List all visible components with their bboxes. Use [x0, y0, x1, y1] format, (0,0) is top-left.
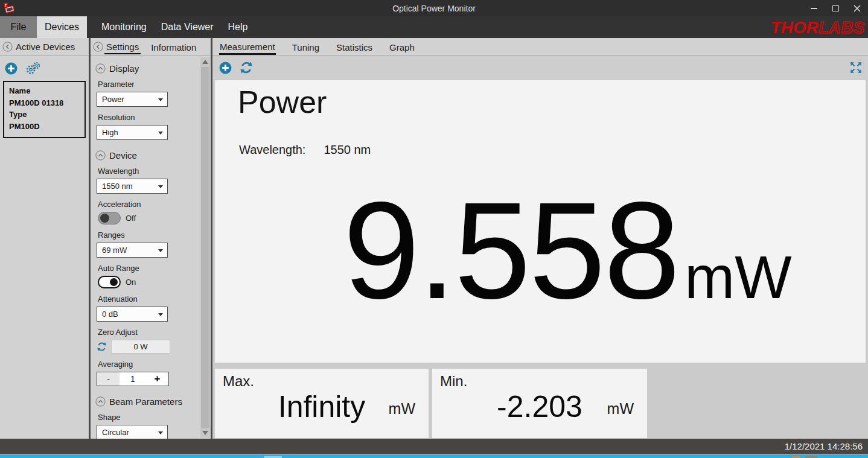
tab-graph[interactable]: Graph	[389, 40, 415, 54]
device-name-value: PM100D 01318	[9, 97, 80, 109]
menu-file[interactable]: File	[0, 16, 37, 38]
shape-dropdown[interactable]: Circular	[97, 425, 168, 439]
device-type-value: PM100D	[9, 121, 80, 133]
close-icon	[854, 5, 861, 12]
menu-monitoring[interactable]: Monitoring	[94, 16, 154, 38]
collapse-up-icon[interactable]	[95, 63, 106, 74]
averaging-increment-button[interactable]: +	[146, 372, 168, 386]
chevron-down-icon	[158, 185, 163, 188]
section-device: Device	[95, 150, 211, 161]
taskbar-strip	[0, 454, 868, 458]
auto-range-label: Auto Range	[98, 264, 211, 273]
minimize-button[interactable]	[803, 0, 825, 16]
add-device-button[interactable]	[5, 62, 18, 75]
section-display: Display	[95, 63, 211, 74]
zero-adjust-label: Zero Adjust	[98, 328, 211, 337]
triangle-down-icon	[202, 431, 208, 435]
collapse-left-icon[interactable]	[93, 42, 103, 52]
settings-header: Settings Information	[91, 38, 211, 56]
fullscreen-expand-button[interactable]	[849, 60, 863, 75]
toggle-knob	[100, 214, 109, 223]
zero-adjust-refresh-icon[interactable]	[97, 342, 107, 352]
averaging-stepper: - 1 +	[97, 372, 169, 386]
attenuation-value: 0 dB	[102, 310, 118, 319]
scroll-down-button[interactable]	[200, 428, 210, 437]
acceleration-toggle-row: Off	[98, 212, 211, 224]
add-panel-button[interactable]	[219, 62, 232, 74]
averaging-label: Averaging	[98, 360, 211, 369]
close-button[interactable]	[846, 0, 868, 16]
triangle-up-icon	[202, 60, 208, 64]
device-name-label: Name	[9, 85, 80, 97]
maximize-button[interactable]	[825, 0, 846, 16]
reading-title: Power	[238, 84, 327, 120]
wavelength-row-label: Wavelength:	[239, 143, 305, 157]
max-label: Max.	[223, 373, 254, 390]
acceleration-label: Acceleration	[98, 200, 211, 209]
chevron-down-icon	[158, 132, 163, 135]
power-reading: 9.558 mW	[242, 182, 868, 319]
wavelength-row: Wavelength: 1550 nm	[239, 143, 371, 157]
auto-range-toggle-row: On	[98, 276, 211, 288]
collapse-left-icon[interactable]	[2, 42, 13, 52]
acceleration-state: Off	[126, 214, 136, 223]
chevron-down-icon	[158, 249, 163, 252]
averaging-value[interactable]: 1	[120, 372, 146, 386]
collapse-up-icon[interactable]	[95, 396, 106, 407]
section-display-title: Display	[109, 63, 139, 74]
section-beam-parameters: Beam Parameters	[95, 396, 211, 407]
title-bar: Optical Power Monitor	[0, 0, 868, 16]
zero-adjust-field[interactable]: 0 W	[111, 340, 170, 354]
tab-tuning[interactable]: Tuning	[292, 40, 320, 54]
zero-adjust-row: 0 W	[97, 340, 211, 354]
min-unit: mW	[607, 400, 634, 418]
resolution-dropdown[interactable]: High	[97, 125, 168, 140]
attenuation-dropdown[interactable]: 0 dB	[97, 307, 168, 322]
menu-help[interactable]: Help	[221, 16, 255, 38]
tab-settings[interactable]: Settings	[104, 39, 141, 54]
refresh-button[interactable]	[240, 61, 253, 74]
toggle-knob	[110, 278, 118, 286]
menu-bar: File Devices Monitoring Data Viewer Help…	[0, 16, 868, 38]
menu-data-viewer[interactable]: Data Viewer	[154, 16, 221, 38]
parameter-value: Power	[102, 95, 124, 104]
min-label: Min.	[440, 373, 467, 390]
wavelength-dropdown[interactable]: 1550 nm	[97, 179, 168, 194]
thorlabs-logo: THORLABS	[770, 18, 864, 37]
power-unit: mW	[685, 247, 792, 307]
tab-information[interactable]: Information	[149, 40, 198, 54]
auto-range-toggle[interactable]	[98, 276, 121, 288]
averaging-decrement-button[interactable]: -	[97, 372, 120, 386]
shape-value: Circular	[102, 428, 129, 437]
thorlabs-logo-thor: THOR	[770, 18, 818, 37]
scrollbar-thumb[interactable]	[201, 67, 209, 428]
scroll-up-button[interactable]	[200, 57, 210, 66]
tab-statistics[interactable]: Statistics	[336, 40, 373, 54]
ranges-value: 69 mW	[102, 246, 127, 255]
measurement-panel: Measurement Tuning Statistics Graph	[212, 38, 868, 439]
tab-measurement[interactable]: Measurement	[219, 39, 276, 55]
ranges-label: Ranges	[98, 231, 211, 240]
settings-body: Display Parameter Power Resolution High …	[91, 56, 211, 439]
auto-range-state: On	[126, 278, 136, 287]
device-settings-gears-icon[interactable]	[25, 62, 41, 75]
minimize-icon	[811, 8, 817, 9]
status-timestamp: 1/12/2021 14:28:56	[785, 441, 863, 451]
device-card[interactable]: Name PM100D 01318 Type PM100D	[3, 81, 86, 138]
chevron-down-icon	[158, 98, 163, 101]
resolution-value: High	[102, 128, 118, 137]
section-beam-title: Beam Parameters	[109, 396, 182, 407]
measurement-toolbar	[212, 56, 868, 79]
window-controls	[803, 0, 868, 16]
measurement-cards: Power Wavelength: 1550 nm 9.558 mW Max. …	[212, 79, 868, 439]
device-type-label: Type	[9, 109, 80, 121]
collapse-up-icon[interactable]	[95, 150, 106, 161]
ranges-dropdown[interactable]: 69 mW	[97, 243, 168, 258]
menu-devices[interactable]: Devices	[37, 16, 87, 38]
acceleration-toggle[interactable]	[98, 212, 121, 224]
max-unit: mW	[389, 400, 415, 418]
power-value: 9.558	[343, 182, 678, 319]
parameter-dropdown[interactable]: Power	[97, 92, 168, 107]
settings-scrollbar[interactable]	[200, 57, 210, 437]
max-card: Max. Infinity mW	[215, 369, 429, 438]
